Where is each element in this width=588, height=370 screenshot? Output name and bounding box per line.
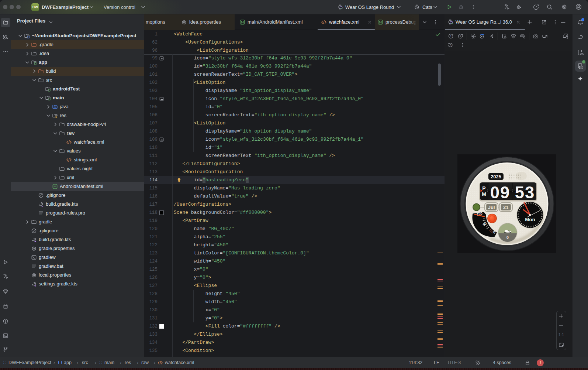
svg-text:2: 2 [460, 34, 461, 38]
svg-text:53: 53 [515, 183, 535, 202]
svg-text:2025: 2025 [491, 174, 501, 179]
svg-text:21: 21 [503, 205, 508, 210]
svg-text:M: M [482, 191, 486, 197]
svg-text:5: 5 [450, 44, 451, 47]
svg-text:P: P [482, 185, 485, 191]
svg-text:1: 1 [450, 34, 452, 38]
svg-text:Jul: Jul [488, 205, 495, 210]
svg-text:09: 09 [490, 183, 511, 202]
svg-text:0: 0 [506, 235, 509, 240]
svg-text:Mon: Mon [525, 217, 535, 222]
